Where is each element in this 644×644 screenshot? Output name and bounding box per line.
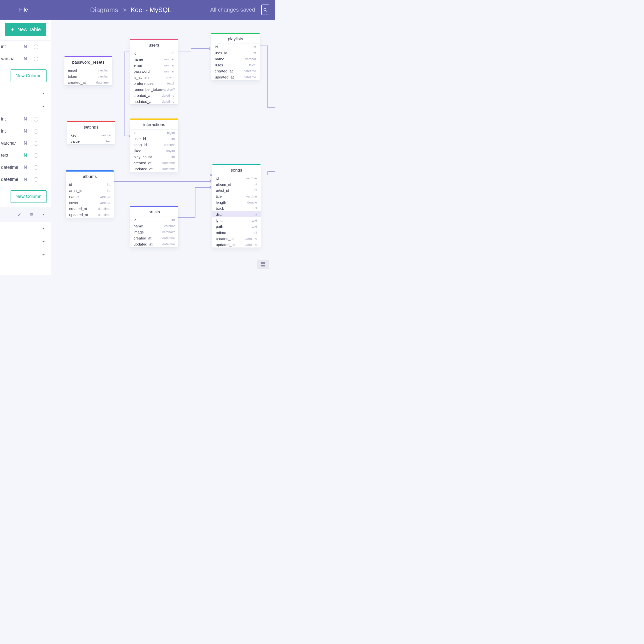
new-column-button-a[interactable]: New Column — [11, 69, 47, 82]
expand-button[interactable] — [41, 212, 46, 218]
column-name: created_at — [68, 80, 86, 85]
table-column-row[interactable]: idint — [130, 217, 178, 223]
table-column-row[interactable]: lyricstext — [212, 217, 261, 223]
table-column-row[interactable]: namevarchar — [130, 56, 178, 62]
sidebar-column-row[interactable]: intN — [0, 41, 51, 53]
table-songs[interactable]: songsidvarcharalbum_idintartist_idint?ti… — [212, 164, 261, 248]
table-column-row[interactable]: created_atdatetime — [130, 160, 178, 166]
table-column-row[interactable]: trackint? — [212, 205, 261, 211]
sidebar-column-row[interactable]: datetimeN — [0, 162, 51, 174]
table-column-row[interactable]: created_atdatetime — [212, 235, 261, 241]
table-column-row[interactable]: song_idvarchar — [130, 142, 178, 148]
column-type: text — [252, 225, 257, 228]
table-column-row[interactable]: emailvarchar — [130, 62, 178, 68]
table-column-row[interactable]: pathtext — [212, 223, 261, 229]
sidebar-column-row[interactable]: datetimeN — [0, 174, 51, 186]
table-password_resets[interactable]: password_resetsemailvarchartokenvarcharc… — [64, 56, 112, 85]
file-menu[interactable]: File — [19, 7, 28, 13]
list-button[interactable] — [29, 212, 34, 218]
table-column-row[interactable]: idint — [130, 50, 178, 56]
edit-button[interactable] — [17, 212, 22, 218]
table-interactions[interactable]: interactionsidbigintuser_idintsong_idvar… — [130, 118, 178, 172]
table-column-row[interactable]: play_countint — [130, 154, 178, 160]
table-column-row[interactable]: created_atdatetime — [66, 206, 114, 212]
column-type: varchar — [164, 63, 174, 67]
radio-circle[interactable] — [34, 45, 38, 49]
search-button[interactable] — [261, 5, 269, 15]
table-column-row[interactable]: lengthdouble — [212, 199, 261, 205]
table-column-row[interactable]: idvarchar — [212, 175, 261, 181]
table-column-row[interactable]: namevarchar — [130, 223, 178, 229]
table-column-row[interactable]: mtimeint — [212, 229, 261, 235]
radio-circle[interactable] — [34, 141, 38, 146]
table-column-row[interactable]: updated_atdatetime — [211, 74, 260, 80]
table-column-row[interactable]: remember_tokenvarchar? — [130, 86, 178, 92]
table-playlists[interactable]: playlistsidintuser_idintnamevarcharrules… — [211, 33, 260, 80]
column-type: varchar — [246, 176, 257, 180]
radio-circle[interactable] — [34, 153, 38, 158]
table-column-row[interactable]: user_idint — [211, 50, 260, 56]
section-collapse-c[interactable] — [0, 222, 51, 235]
column-name: created_at — [69, 207, 87, 211]
table-column-row[interactable]: updated_atdatetime — [130, 241, 178, 247]
sidebar-column-row[interactable]: varcharN — [0, 137, 51, 149]
table-column-row[interactable]: idint — [66, 181, 114, 187]
radio-circle[interactable] — [34, 117, 38, 122]
column-name: id — [134, 131, 137, 135]
radio-circle[interactable] — [34, 165, 38, 170]
table-column-row[interactable]: idbigint — [130, 130, 178, 136]
table-column-row[interactable]: keyvarchar — [67, 132, 115, 138]
column-type: datetime — [245, 243, 257, 247]
table-column-row[interactable]: artist_idint — [66, 187, 114, 193]
breadcrumb-diagrams-link[interactable]: Diagrams — [90, 6, 118, 14]
grid-view-button[interactable] — [257, 260, 269, 269]
table-column-row[interactable]: passwordvarchar — [130, 68, 178, 74]
table-column-row[interactable]: album_idint — [212, 181, 261, 187]
table-column-row[interactable]: artist_idint? — [212, 187, 261, 193]
table-artists[interactable]: artistsidintnamevarcharimagevarchar?crea… — [130, 206, 178, 247]
table-column-row[interactable]: namevarchar — [211, 56, 260, 62]
plus-icon — [10, 27, 15, 32]
sidebar-column-row[interactable]: textN — [0, 149, 51, 162]
table-column-row[interactable]: imagevarchar? — [130, 229, 178, 235]
table-column-row[interactable]: updated_atdatetime — [130, 166, 178, 172]
table-column-row[interactable]: rulestext? — [211, 62, 260, 68]
table-column-row[interactable]: is_admintinyint — [130, 74, 178, 80]
table-column-row[interactable]: covervarchar — [66, 199, 114, 206]
table-column-row[interactable]: discint — [212, 211, 261, 217]
table-column-row[interactable]: updated_atdatetime — [212, 241, 261, 248]
sidebar-tool-row — [0, 208, 51, 222]
table-column-row[interactable]: user_idint — [130, 136, 178, 142]
section-collapse-e[interactable] — [0, 248, 51, 261]
table-column-row[interactable]: idint — [211, 44, 260, 50]
section-collapse-d[interactable] — [0, 235, 51, 248]
section-expand-b[interactable] — [0, 100, 51, 113]
table-settings[interactable]: settingskeyvarcharvaluetext — [67, 121, 115, 144]
radio-circle[interactable] — [34, 177, 38, 182]
table-column-row[interactable]: created_atdatetime — [130, 92, 178, 98]
new-table-button[interactable]: New Table — [5, 23, 46, 36]
table-column-row[interactable]: emailvarchar — [64, 67, 112, 73]
table-column-row[interactable]: created_atdatetime — [130, 235, 178, 241]
sidebar-column-row[interactable]: varcharN — [0, 53, 51, 65]
diagram-canvas[interactable]: password_resetsemailvarchartokenvarcharc… — [51, 20, 275, 275]
table-column-row[interactable]: updated_atdatetime — [130, 98, 178, 104]
table-column-row[interactable]: likedtinyint — [130, 148, 178, 154]
sidebar-column-row[interactable]: intN — [0, 113, 51, 125]
radio-circle[interactable] — [34, 57, 38, 61]
table-column-row[interactable]: tokenvarchar — [64, 73, 112, 79]
table-albums[interactable]: albumsidintartist_idintnamevarcharcoverv… — [66, 170, 114, 218]
column-type: datetime — [245, 237, 257, 240]
table-column-row[interactable]: titlevarchar — [212, 193, 261, 199]
new-column-button-b[interactable]: New Column — [11, 190, 47, 203]
table-column-row[interactable]: valuetext — [67, 138, 115, 144]
radio-circle[interactable] — [34, 129, 38, 134]
table-users[interactable]: usersidintnamevarcharemailvarcharpasswor… — [130, 39, 178, 104]
table-column-row[interactable]: created_atdatetime — [211, 68, 260, 74]
section-collapse-a[interactable] — [0, 87, 51, 100]
table-column-row[interactable]: created_atdatetime — [64, 79, 112, 85]
sidebar-column-row[interactable]: intN — [0, 125, 51, 137]
table-column-row[interactable]: preferencestext? — [130, 80, 178, 86]
table-column-row[interactable]: updated_atdatetime — [66, 212, 114, 218]
table-column-row[interactable]: namevarchar — [66, 193, 114, 199]
